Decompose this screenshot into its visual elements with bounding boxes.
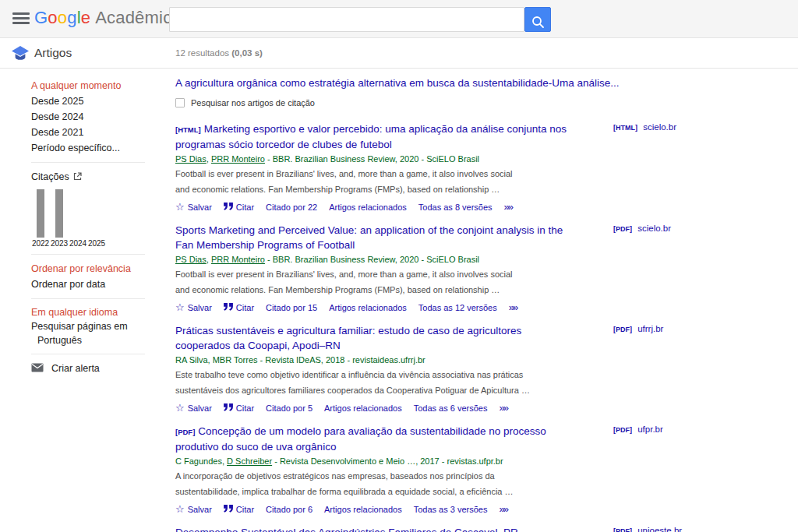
fulltext-site: unioeste.br <box>637 526 682 532</box>
fulltext-site: ufrrj.br <box>637 324 663 333</box>
results-stats: 12 resultados (0,03 s) <box>175 48 263 58</box>
related-articles-link[interactable]: Artigos relacionados <box>324 505 402 514</box>
all-versions-link[interactable]: Todas as 12 versões <box>418 303 497 312</box>
fulltext-site: scielo.br <box>637 224 671 233</box>
author-profile-link[interactable]: PS Dias <box>175 255 207 264</box>
citations-chart-years: 2022202320242025 <box>31 239 106 248</box>
all-versions-link[interactable]: Todas as 6 versões <box>414 403 488 413</box>
sidebar-divider <box>31 162 145 163</box>
sidebar-date-filter[interactable]: Desde 2025 <box>31 93 164 109</box>
result-title[interactable]: Desempenho Sustentável das Agroindústria… <box>175 525 569 532</box>
save-label: Salvar <box>188 505 212 514</box>
citations-link[interactable]: Citações <box>31 169 164 185</box>
cite-button[interactable]: Citar <box>224 303 254 312</box>
citations-chart[interactable] <box>31 188 106 238</box>
authors-meta-text: - Revista Desenvolvimento e Meio …, 2017… <box>272 456 503 466</box>
citations-year-label: 2023 <box>50 239 69 248</box>
result-title-text: Marketing esportivo e valor percebido: u… <box>175 123 567 150</box>
cited-by-link[interactable]: Citado por 6 <box>266 505 312 514</box>
result-title-text: Práticas sustentáveis e agricultura fami… <box>175 325 521 351</box>
more-chevrons-icon[interactable]: »» <box>509 301 517 313</box>
fulltext-link[interactable]: [PDF] unioeste.br <box>613 526 682 532</box>
sidebar-date-filter[interactable]: Desde 2021 <box>31 125 164 140</box>
sidebar-date-filter[interactable]: Desde 2024 <box>31 109 164 125</box>
create-alert-button[interactable]: Criar alerta <box>31 361 164 376</box>
cited-search-checkbox[interactable] <box>175 98 185 107</box>
more-chevrons-icon[interactable]: »» <box>504 201 512 213</box>
result-snippet: Football is ever present in Brazilians' … <box>175 167 534 197</box>
tab-artigos[interactable]: Artigos <box>34 46 72 60</box>
search-input[interactable] <box>169 7 524 32</box>
save-button[interactable]: ☆ Salvar <box>175 504 212 514</box>
result-title[interactable]: [HTML]Marketing esportivo e valor perceb… <box>175 122 569 152</box>
date-filter-list: A qualquer momentoDesde 2025Desde 2024De… <box>31 78 164 156</box>
authors-meta-text: - BBR. Brazilian Business Review, 2020 -… <box>265 255 479 264</box>
cited-work-title[interactable]: A agricultura orgânica como estratégia a… <box>175 76 659 90</box>
related-articles-link[interactable]: Artigos relacionados <box>324 403 402 413</box>
cited-by-link[interactable]: Citado por 22 <box>266 203 317 212</box>
google-logo[interactable]: GoogleAcadêmico <box>34 8 182 28</box>
more-chevrons-icon[interactable]: »» <box>499 503 507 515</box>
search-button[interactable] <box>524 7 551 32</box>
sidebar-divider <box>31 354 145 354</box>
sidebar-language-filter[interactable]: Em qualquer idioma <box>31 305 148 319</box>
cite-button[interactable]: Citar <box>224 203 254 212</box>
sidebar-date-filter[interactable]: A qualquer momento <box>31 78 164 93</box>
cited-search-label: Pesquisar nos artigos de citação <box>191 98 315 107</box>
sidebar-sort-filter[interactable]: Ordenar por data <box>31 277 164 292</box>
sort-filter-list: Ordenar por relevânciaOrdenar por data <box>31 261 164 292</box>
author-profile-link[interactable]: PRR Monteiro <box>211 255 265 264</box>
result-title-text: Sports Marketing and Perceived Value: an… <box>175 224 563 251</box>
citations-bar-slot <box>50 188 69 238</box>
create-alert-label: Criar alerta <box>51 363 100 374</box>
save-label: Salvar <box>188 203 212 212</box>
result-item: Práticas sustentáveis e agricultura fami… <box>175 323 791 414</box>
related-articles-link[interactable]: Artigos relacionados <box>329 303 407 312</box>
result-title[interactable]: Práticas sustentáveis e agricultura fami… <box>175 323 569 353</box>
all-versions-link[interactable]: Todas as 8 versões <box>418 203 493 212</box>
cite-icon <box>224 505 233 514</box>
all-versions-link[interactable]: Todas as 3 versões <box>414 505 488 514</box>
cite-button[interactable]: Citar <box>224 505 254 514</box>
cited-by-link[interactable]: Citado por 5 <box>266 403 312 413</box>
citations-year-label: 2022 <box>31 239 50 248</box>
results-list: [HTML]Marketing esportivo e valor perceb… <box>175 122 791 532</box>
save-button[interactable]: ☆ Salvar <box>175 302 212 312</box>
star-icon: ☆ <box>175 202 185 212</box>
fulltext-link[interactable]: [PDF] ufpr.br <box>613 425 663 434</box>
sidebar-sort-filter[interactable]: Ordenar por relevância <box>31 261 164 277</box>
external-link-icon <box>69 171 82 182</box>
citations-year-label: 2025 <box>87 239 106 248</box>
authors-meta-text: C Fagundes, <box>175 456 227 466</box>
save-button[interactable]: ☆ Salvar <box>175 202 212 212</box>
result-item: Sports Marketing and Perceived Value: an… <box>175 223 791 314</box>
cited-by-link[interactable]: Citado por 15 <box>266 303 317 312</box>
save-button[interactable]: ☆ Salvar <box>175 403 212 413</box>
authors-meta-text: - BBR. Brazilian Business Review, 2020 -… <box>265 154 479 164</box>
sidebar-date-filter[interactable]: Período específico... <box>31 140 164 156</box>
result-authors: RA Silva, MBR Torres - Revista IDeAS, 20… <box>175 354 569 366</box>
result-title[interactable]: Sports Marketing and Perceived Value: an… <box>175 223 569 252</box>
cite-button[interactable]: Citar <box>224 403 254 413</box>
related-articles-link[interactable]: Artigos relacionados <box>329 203 407 212</box>
fulltext-link[interactable]: [HTML] scielo.br <box>613 122 676 132</box>
fulltext-site: ufpr.br <box>637 425 663 434</box>
citations-label: Citações <box>31 171 69 182</box>
cite-label: Citar <box>236 303 254 312</box>
fulltext-tag: [PDF] <box>613 426 632 434</box>
scholar-cap-icon <box>11 44 30 65</box>
more-chevrons-icon[interactable]: »» <box>499 402 507 414</box>
sidebar-language-filter[interactable]: Pesquisar páginas em Português <box>31 319 148 347</box>
fulltext-link[interactable]: [PDF] scielo.br <box>613 224 671 233</box>
author-profile-link[interactable]: D Schreiber <box>227 456 272 466</box>
menu-icon[interactable] <box>12 12 30 25</box>
cite-icon <box>224 403 233 413</box>
citations-bar-slot <box>31 188 50 238</box>
fulltext-link[interactable]: [PDF] ufrrj.br <box>613 324 663 333</box>
result-snippet: Este trabalho teve como objetivo identif… <box>175 368 534 398</box>
author-profile-link[interactable]: PS Dias <box>175 154 207 164</box>
star-icon: ☆ <box>175 403 185 413</box>
result-title[interactable]: [PDF]Concepção de um modelo para avaliaç… <box>175 424 569 454</box>
author-profile-link[interactable]: PRR Monteiro <box>211 154 265 164</box>
format-tag: [HTML] <box>175 125 201 134</box>
